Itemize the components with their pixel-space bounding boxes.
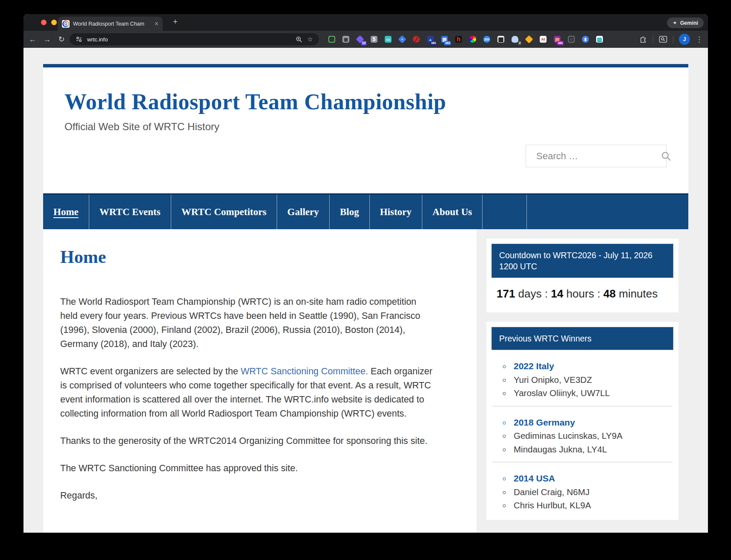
- tab-title: World Radiosport Team Cham: [73, 21, 151, 27]
- browser-tab[interactable]: Q World Radiosport Team Cham ×: [58, 17, 163, 31]
- highlighter-icon[interactable]: [525, 35, 533, 44]
- nav-item-about-us[interactable]: About Us: [422, 195, 483, 229]
- winners-widget: Previous WRTC Winners 2022 ItalyYuri Oni…: [486, 322, 678, 520]
- minimize-window-button[interactable]: [51, 20, 57, 25]
- nav-item-home[interactable]: Home: [43, 195, 89, 229]
- new-tab-button[interactable]: +: [173, 17, 178, 26]
- forward-button[interactable]: →: [41, 35, 53, 44]
- close-window-button[interactable]: [41, 20, 47, 25]
- organizers-paragraph: WRTC event organizers are selected by th…: [60, 365, 436, 421]
- extensions-strip: ▣12$▭•╱▲181▥181hzm▦2AI▤181≡▮▨: [327, 35, 604, 44]
- thanks-paragraph: Thanks to the generosity of the WRTC2014…: [60, 434, 436, 448]
- page-title: Home: [60, 246, 436, 268]
- countdown-widget: Countdown to WRTC2026 - July 11, 2026 12…: [486, 239, 678, 312]
- url-text[interactable]: wrtc.info: [87, 36, 291, 43]
- gemini-label: Gemini: [680, 20, 698, 26]
- extensions-puzzle-icon[interactable]: [639, 35, 647, 44]
- site-title[interactable]: World Radiosport Team Championship: [64, 89, 667, 115]
- site-tagline: Official Web Site of WRTC History: [64, 120, 667, 133]
- clipboard-gray-icon[interactable]: ▣: [342, 35, 350, 44]
- winner-name: Yaroslav Oliinyk, UW7LL: [511, 386, 673, 400]
- countdown-days: 171: [497, 287, 515, 300]
- gray-dollar-icon[interactable]: $: [370, 35, 378, 44]
- tab-search-icon[interactable]: [659, 35, 667, 43]
- main-navigation: HomeWRTC EventsWRTC CompetitorsGalleryBl…: [43, 193, 688, 229]
- winner-name: Mindaugas Jukna, LY4L: [511, 443, 673, 456]
- color-wheel-icon[interactable]: [468, 35, 477, 44]
- winner-year[interactable]: 2022 Italy: [511, 359, 673, 373]
- toolbar-divider: [653, 35, 653, 43]
- winners-groups: 2022 ItalyYuri Onipko, VE3DZYaroslav Oli…: [491, 359, 673, 512]
- tab-close-icon[interactable]: ×: [155, 20, 158, 27]
- h-red-icon[interactable]: h: [454, 35, 463, 44]
- search-box: [526, 145, 667, 167]
- profile-avatar[interactable]: J: [679, 34, 690, 45]
- bookmark-circle-icon[interactable]: ▮: [581, 35, 590, 44]
- browser-menu-icon[interactable]: ⋮: [696, 35, 703, 44]
- nav-item-wrtc-competitors[interactable]: WRTC Competitors: [171, 195, 277, 229]
- winner-name: Gediminas Lucinskas, LY9A: [511, 429, 673, 443]
- bookmark-star-icon[interactable]: ☆: [307, 35, 313, 43]
- gemini-spark-icon: ✦: [673, 20, 677, 26]
- nav-spacer: [482, 195, 527, 229]
- winners-divider: [492, 462, 673, 462]
- approval-paragraph: The WRTC Sanctioning Committee has appro…: [60, 461, 436, 475]
- screenshot-crop-icon[interactable]: [327, 35, 336, 44]
- countdown-values: 171 days : 14 hours : 48 minutes: [491, 278, 673, 307]
- search-icon[interactable]: [660, 150, 672, 162]
- purple-diamond-icon[interactable]: 12: [356, 35, 364, 44]
- browser-toolbar: ← → ↻ wrtc.info ☆ ▣12$▭•╱▲181▥181hzm▦2AI…: [23, 31, 708, 48]
- qr-code-icon[interactable]: ▦: [497, 35, 505, 44]
- winners-divider: [492, 406, 673, 406]
- color-picker-icon[interactable]: ╱: [412, 35, 421, 44]
- countdown-hours: 14: [551, 287, 563, 300]
- site-controls-icon[interactable]: [76, 36, 82, 43]
- page-viewport: World Radiosport Team Championship Offic…: [23, 48, 708, 533]
- site-header: World Radiosport Team Championship Offic…: [43, 67, 688, 193]
- nav-item-blog[interactable]: Blog: [330, 195, 370, 229]
- winner-group: 2018 GermanyGediminas Lucinskas, LY9AMin…: [491, 416, 673, 456]
- toolbar-divider: [673, 35, 673, 43]
- toolbar-right-cluster: J ⋮: [639, 34, 703, 45]
- winner-group: 2014 USADaniel Craig, N6MJChris Hurlbut,…: [491, 472, 673, 512]
- gemini-button[interactable]: ✦ Gemini: [667, 18, 704, 28]
- address-bar[interactable]: wrtc.info ☆: [70, 33, 319, 45]
- zoom-zm-icon[interactable]: zm: [482, 35, 491, 44]
- winners-header: Previous WRTC Winners: [491, 327, 673, 350]
- content-area: Home The World Radiosport Team Champions…: [43, 229, 688, 533]
- rack-disabled-icon[interactable]: ≡: [567, 35, 576, 44]
- teal-floppy-icon[interactable]: ▭: [384, 35, 392, 44]
- browser-window: Q World Radiosport Team Cham × + ✦ Gemin…: [23, 14, 708, 533]
- main-column: Home The World Radiosport Team Champions…: [43, 229, 477, 533]
- winner-year[interactable]: 2014 USA: [511, 472, 673, 485]
- zoom-level-icon[interactable]: [295, 36, 303, 43]
- intro-paragraph: The World Radiosport Team Championship (…: [60, 295, 436, 351]
- tab-strip: Q World Radiosport Team Cham × + ✦ Gemin…: [23, 14, 708, 31]
- back-button[interactable]: ←: [26, 35, 39, 44]
- reload-button[interactable]: ↻: [55, 35, 68, 44]
- nav-fill: [527, 195, 688, 229]
- nav-item-history[interactable]: History: [370, 195, 422, 229]
- sanctioning-committee-link[interactable]: WRTC Sanctioning Committee.: [241, 366, 368, 376]
- site-container: World Radiosport Team Championship Offic…: [43, 64, 688, 533]
- regards-paragraph: Regards,: [60, 489, 436, 503]
- countdown-minutes: 48: [603, 287, 616, 300]
- site-favicon-icon: Q: [62, 20, 70, 28]
- color-book-icon[interactable]: ▨: [595, 35, 604, 44]
- monitor-181-icon[interactable]: ▥181: [440, 35, 449, 44]
- countdown-header: Countdown to WRTC2026 - July 11, 2026 12…: [491, 244, 673, 278]
- nav-item-wrtc-events[interactable]: WRTC Events: [89, 195, 171, 229]
- winner-name: Daniel Craig, N6MJ: [511, 485, 673, 499]
- sidebar: Countdown to WRTC2026 - July 11, 2026 12…: [477, 229, 688, 533]
- winner-name: Chris Hurlbut, KL9A: [511, 499, 673, 512]
- ghost-2-icon[interactable]: 2: [511, 35, 519, 44]
- ai-md-icon[interactable]: AI: [539, 35, 547, 44]
- mountain-181-icon[interactable]: ▲181: [426, 35, 435, 44]
- winner-group: 2022 ItalyYuri Onipko, VE3DZYaroslav Oli…: [491, 359, 673, 400]
- winner-name: Yuri Onipko, VE3DZ: [511, 373, 673, 387]
- nav-item-gallery[interactable]: Gallery: [277, 195, 330, 229]
- winner-year[interactable]: 2018 Germany: [511, 416, 673, 429]
- purple-181-icon[interactable]: ▤181: [553, 35, 561, 44]
- blue-tag-icon[interactable]: •: [398, 35, 406, 44]
- search-input[interactable]: [526, 150, 660, 162]
